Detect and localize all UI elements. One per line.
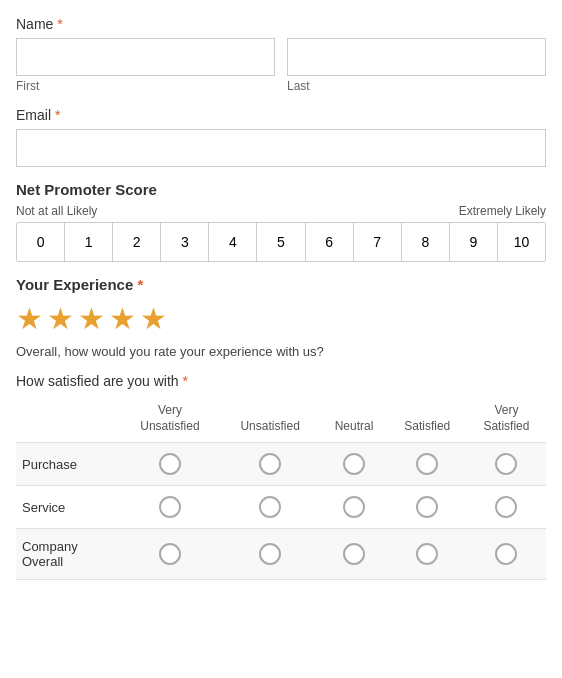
satisfaction-section: How satisfied are you with * VeryUnsatis…	[16, 373, 546, 580]
radio-cell-1-2	[320, 486, 388, 529]
col-neutral: Neutral	[320, 399, 388, 443]
experience-title: Your Experience *	[16, 276, 546, 293]
star-4[interactable]: ★	[109, 301, 136, 336]
col-very-unsatisfied: VeryUnsatisfied	[120, 399, 220, 443]
email-label: Email *	[16, 107, 546, 123]
table-row: Service	[16, 486, 546, 529]
radio-cell-2-4	[467, 529, 546, 580]
nps-btn-3[interactable]: 3	[161, 223, 209, 261]
radio-cell-2-3	[388, 529, 467, 580]
nps-labels: Not at all Likely Extremely Likely	[16, 204, 546, 218]
nps-title: Net Promoter Score	[16, 181, 546, 198]
radio-cell-1-4	[467, 486, 546, 529]
radio-2-3[interactable]	[416, 543, 438, 565]
radio-1-3[interactable]	[416, 496, 438, 518]
radio-2-4[interactable]	[495, 543, 517, 565]
satisfaction-required: *	[183, 373, 188, 389]
radio-cell-2-0	[120, 529, 220, 580]
nps-btn-0[interactable]: 0	[17, 223, 65, 261]
name-required: *	[57, 16, 62, 32]
last-name-input[interactable]	[287, 38, 546, 76]
satisfaction-table: VeryUnsatisfied Unsatisfied Neutral Sati…	[16, 399, 546, 580]
nps-btn-8[interactable]: 8	[402, 223, 450, 261]
nps-btn-4[interactable]: 4	[209, 223, 257, 261]
email-label-text: Email	[16, 107, 51, 123]
nps-buttons: 012345678910	[16, 222, 546, 262]
radio-0-2[interactable]	[343, 453, 365, 475]
nps-group: Net Promoter Score Not at all Likely Ext…	[16, 181, 546, 262]
name-row: First Last	[16, 38, 546, 93]
radio-0-1[interactable]	[259, 453, 281, 475]
row-label-0: Purchase	[16, 443, 120, 486]
nps-btn-9[interactable]: 9	[450, 223, 498, 261]
experience-required: *	[137, 276, 143, 293]
radio-0-4[interactable]	[495, 453, 517, 475]
name-label-text: Name	[16, 16, 53, 32]
last-name-col: Last	[287, 38, 546, 93]
radio-2-0[interactable]	[159, 543, 181, 565]
radio-cell-2-2	[320, 529, 388, 580]
table-row: CompanyOverall	[16, 529, 546, 580]
nps-btn-5[interactable]: 5	[257, 223, 305, 261]
radio-0-0[interactable]	[159, 453, 181, 475]
star-5[interactable]: ★	[140, 301, 167, 336]
col-unsatisfied: Unsatisfied	[220, 399, 320, 443]
star-2[interactable]: ★	[47, 301, 74, 336]
first-name-col: First	[16, 38, 275, 93]
radio-cell-2-1	[220, 529, 320, 580]
radio-2-1[interactable]	[259, 543, 281, 565]
radio-cell-0-4	[467, 443, 546, 486]
nps-btn-7[interactable]: 7	[354, 223, 402, 261]
nps-btn-6[interactable]: 6	[306, 223, 354, 261]
nps-right-label: Extremely Likely	[459, 204, 546, 218]
radio-1-4[interactable]	[495, 496, 517, 518]
radio-0-3[interactable]	[416, 453, 438, 475]
table-row: Purchase	[16, 443, 546, 486]
first-label: First	[16, 79, 275, 93]
nps-btn-2[interactable]: 2	[113, 223, 161, 261]
email-input[interactable]	[16, 129, 546, 167]
col-very-satisfied: VerySatisfied	[467, 399, 546, 443]
star-1[interactable]: ★	[16, 301, 43, 336]
email-group: Email *	[16, 107, 546, 167]
radio-cell-0-3	[388, 443, 467, 486]
radio-cell-0-1	[220, 443, 320, 486]
radio-cell-0-0	[120, 443, 220, 486]
radio-cell-1-1	[220, 486, 320, 529]
first-name-input[interactable]	[16, 38, 275, 76]
radio-2-2[interactable]	[343, 543, 365, 565]
experience-text: Overall, how would you rate your experie…	[16, 344, 546, 359]
nps-btn-1[interactable]: 1	[65, 223, 113, 261]
col-satisfied: Satisfied	[388, 399, 467, 443]
col-empty	[16, 399, 120, 443]
name-label: Name *	[16, 16, 546, 32]
row-label-1: Service	[16, 486, 120, 529]
radio-1-2[interactable]	[343, 496, 365, 518]
experience-group: Your Experience * ★★★★★ Overall, how wou…	[16, 276, 546, 359]
radio-1-0[interactable]	[159, 496, 181, 518]
radio-1-1[interactable]	[259, 496, 281, 518]
radio-cell-0-2	[320, 443, 388, 486]
email-required: *	[55, 107, 60, 123]
radio-cell-1-0	[120, 486, 220, 529]
star-3[interactable]: ★	[78, 301, 105, 336]
nps-btn-10[interactable]: 10	[498, 223, 545, 261]
satisfaction-title: How satisfied are you with *	[16, 373, 546, 389]
stars-row: ★★★★★	[16, 301, 546, 336]
last-label: Last	[287, 79, 546, 93]
row-label-2: CompanyOverall	[16, 529, 120, 580]
nps-left-label: Not at all Likely	[16, 204, 97, 218]
name-group: Name * First Last	[16, 16, 546, 93]
radio-cell-1-3	[388, 486, 467, 529]
